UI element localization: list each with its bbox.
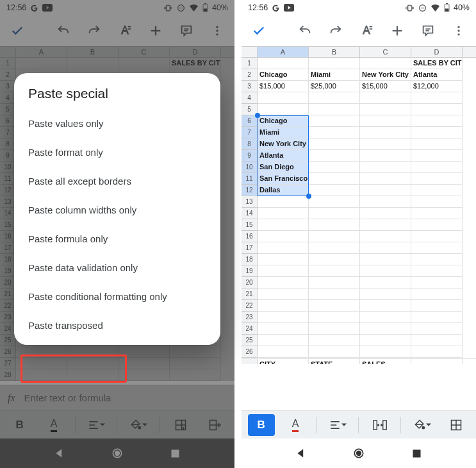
col-head[interactable]: A bbox=[258, 47, 309, 57]
menu-item-paste-col-widths[interactable]: Paste column widths only bbox=[14, 196, 220, 224]
cell[interactable] bbox=[411, 150, 463, 162]
cell[interactable] bbox=[360, 335, 411, 346]
cell[interactable] bbox=[411, 277, 463, 288]
cell[interactable] bbox=[411, 219, 463, 231]
cell[interactable]: Chicago bbox=[258, 69, 309, 81]
cell[interactable] bbox=[309, 312, 360, 323]
cell[interactable] bbox=[360, 196, 411, 208]
cell[interactable] bbox=[309, 185, 360, 196]
cell[interactable] bbox=[411, 323, 463, 335]
cell[interactable]: Chicago bbox=[258, 115, 309, 127]
cell[interactable]: $12,000 bbox=[411, 81, 463, 92]
spreadsheet-grid[interactable]: A B C D 1SALES BY CIT2ChicagoMiamiNew Yo… bbox=[242, 46, 476, 358]
cell[interactable] bbox=[411, 208, 463, 219]
cell[interactable] bbox=[258, 254, 309, 265]
menu-item-paste-values[interactable]: Paste values only bbox=[14, 109, 220, 138]
cell[interactable] bbox=[360, 242, 411, 254]
cell[interactable]: Dallas bbox=[258, 185, 309, 196]
cell[interactable] bbox=[309, 104, 360, 115]
confirm-check-icon[interactable] bbox=[250, 22, 267, 39]
cell[interactable] bbox=[258, 323, 309, 335]
col-head[interactable]: C bbox=[360, 47, 411, 57]
cell[interactable] bbox=[411, 104, 463, 115]
cell[interactable] bbox=[360, 312, 411, 323]
redo-icon[interactable] bbox=[327, 22, 344, 39]
cell[interactable] bbox=[411, 127, 463, 138]
cell[interactable] bbox=[258, 265, 309, 277]
cell[interactable] bbox=[309, 265, 360, 277]
cell[interactable] bbox=[360, 92, 411, 104]
cell[interactable] bbox=[360, 231, 411, 242]
cell[interactable] bbox=[258, 288, 309, 300]
cell[interactable] bbox=[309, 162, 360, 173]
cell[interactable] bbox=[309, 58, 360, 69]
menu-item-paste-validation[interactable]: Paste data validation only bbox=[14, 253, 220, 282]
cell[interactable]: SALES bbox=[360, 359, 411, 364]
cell[interactable] bbox=[309, 150, 360, 162]
cell[interactable] bbox=[258, 231, 309, 242]
cell[interactable] bbox=[309, 173, 360, 185]
cell[interactable] bbox=[411, 173, 463, 185]
cell[interactable] bbox=[360, 58, 411, 69]
menu-item-paste-cond-format[interactable]: Paste conditional formatting only bbox=[14, 282, 220, 311]
cell[interactable]: $15,000 bbox=[360, 81, 411, 92]
col-head[interactable]: B bbox=[309, 47, 360, 57]
undo-icon[interactable] bbox=[297, 22, 313, 39]
more-icon[interactable] bbox=[450, 22, 467, 39]
cell[interactable] bbox=[258, 92, 309, 104]
cell[interactable] bbox=[411, 242, 463, 254]
cell[interactable] bbox=[411, 254, 463, 265]
cell[interactable] bbox=[411, 196, 463, 208]
cell[interactable]: San Diego bbox=[258, 162, 309, 173]
cell[interactable] bbox=[411, 335, 463, 346]
cell[interactable] bbox=[309, 138, 360, 150]
cell[interactable] bbox=[360, 115, 411, 127]
cell[interactable] bbox=[360, 150, 411, 162]
cell[interactable] bbox=[309, 127, 360, 138]
cell[interactable] bbox=[360, 277, 411, 288]
cell[interactable] bbox=[309, 300, 360, 312]
menu-item-paste-transposed[interactable]: Paste transposed bbox=[14, 311, 220, 340]
cell[interactable] bbox=[309, 115, 360, 127]
cell[interactable] bbox=[309, 277, 360, 288]
bold-button[interactable]: B bbox=[248, 414, 275, 436]
cell[interactable] bbox=[360, 162, 411, 173]
cell[interactable] bbox=[258, 312, 309, 323]
text-format-icon[interactable] bbox=[358, 22, 375, 39]
cell[interactable] bbox=[309, 254, 360, 265]
cell[interactable] bbox=[360, 138, 411, 150]
cell[interactable] bbox=[360, 173, 411, 185]
cell[interactable] bbox=[258, 104, 309, 115]
cell[interactable] bbox=[411, 265, 463, 277]
cell[interactable] bbox=[360, 127, 411, 138]
cell[interactable]: SALES BY CIT bbox=[411, 58, 463, 69]
cell[interactable] bbox=[309, 288, 360, 300]
cell[interactable] bbox=[360, 104, 411, 115]
cell[interactable] bbox=[360, 300, 411, 312]
cell[interactable] bbox=[258, 335, 309, 346]
back-icon[interactable] bbox=[295, 447, 308, 460]
cell[interactable]: $15,000 bbox=[258, 81, 309, 92]
cell[interactable] bbox=[411, 288, 463, 300]
cell[interactable] bbox=[411, 162, 463, 173]
cell[interactable] bbox=[258, 58, 309, 69]
text-color-button[interactable]: A bbox=[282, 414, 309, 436]
cell[interactable] bbox=[360, 208, 411, 219]
cell[interactable]: New York City bbox=[258, 138, 309, 150]
borders-button[interactable] bbox=[443, 414, 470, 436]
align-button[interactable] bbox=[324, 414, 351, 436]
cell[interactable] bbox=[360, 185, 411, 196]
cell[interactable]: Miami bbox=[309, 69, 360, 81]
cell[interactable] bbox=[360, 219, 411, 231]
cell[interactable] bbox=[411, 115, 463, 127]
cell[interactable] bbox=[411, 185, 463, 196]
cell[interactable] bbox=[258, 208, 309, 219]
cell[interactable] bbox=[309, 346, 360, 358]
cell[interactable]: $25,000 bbox=[309, 81, 360, 92]
menu-item-paste-formula[interactable]: Paste formula only bbox=[14, 224, 220, 253]
cell[interactable]: Atlanta bbox=[411, 69, 463, 81]
menu-item-paste-format[interactable]: Paste format only bbox=[14, 138, 220, 167]
cell[interactable] bbox=[309, 219, 360, 231]
add-icon[interactable] bbox=[389, 22, 406, 39]
selection-handle[interactable] bbox=[306, 194, 311, 199]
